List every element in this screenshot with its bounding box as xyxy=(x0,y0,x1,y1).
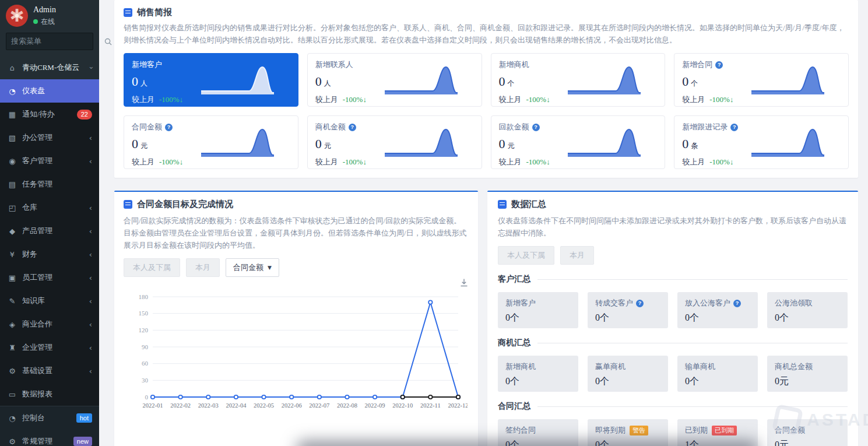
stat-card[interactable]: 合同金额 ? 0元 较上月-100%↓ xyxy=(124,115,298,169)
scope-filter-button[interactable]: 本人及下属 xyxy=(498,246,554,265)
stat-card[interactable]: 新增跟进记录 ? 0条 较上月-100%↓ xyxy=(674,115,849,169)
trend-down-arrow-icon: ↓ xyxy=(363,95,367,104)
help-icon[interactable]: ? xyxy=(733,300,741,307)
summary-box[interactable]: 合同金额 0元 xyxy=(767,419,848,446)
summary-panel-title: 数据汇总 xyxy=(511,199,546,210)
sidebar-item[interactable]: ▭ 数据报表 xyxy=(0,382,99,406)
data-summary-panel: 数据汇总 仪表盘筛选条件下在不同时间间隔中未添加跟进记录或未对其外勤打卡的客户数… xyxy=(487,191,858,446)
notification-badge: 22 xyxy=(77,110,92,120)
help-icon[interactable]: ? xyxy=(165,124,173,131)
chevron-left-icon: ‹ xyxy=(89,343,92,352)
summary-box[interactable]: 新增客户 0个 xyxy=(498,292,578,328)
summary-box[interactable]: 公海池领取 0个 xyxy=(767,292,848,328)
metric-dropdown-label: 合同金额 xyxy=(233,262,263,273)
summary-box[interactable]: 赢单商机 0个 xyxy=(588,356,668,392)
office-icon: ▧ xyxy=(7,134,17,142)
sidebar-item[interactable]: ◉ 客户管理 ‹ xyxy=(0,149,99,173)
sidebar-item[interactable]: ▤ 任务管理 xyxy=(0,173,99,196)
summary-box-label: 公海池领取 xyxy=(775,298,813,308)
stat-card[interactable]: 新增客户 0人 较上月-100%↓ xyxy=(124,53,298,107)
sidebar-item[interactable]: ▧ 办公管理 ‹ xyxy=(0,126,99,149)
home-icon: ⌂ xyxy=(7,64,17,72)
sidebar-item[interactable]: ◈ 商业合作 ‹ xyxy=(0,312,99,336)
summary-box[interactable]: 已到期 已到期 1个 xyxy=(677,419,758,446)
summary-panel-description: 仪表盘筛选条件下在不同时间间隔中未添加跟进记录或未对其外勤打卡的客户数，联系后该… xyxy=(498,215,848,239)
caret-down-icon: ▼ xyxy=(268,265,272,271)
section-divider xyxy=(537,343,848,343)
stat-card[interactable]: 回款金额 ? 0元 较上月-100%↓ xyxy=(491,115,666,169)
sidebar-item[interactable]: ▦ 通知/待办 22 xyxy=(0,103,99,126)
knowledge-icon: ✎ xyxy=(7,297,17,305)
summary-box[interactable]: 放入公海客户 ? 0个 xyxy=(677,292,758,328)
summary-box[interactable]: 签约合同 0个 xyxy=(498,419,578,446)
scope-filter-button[interactable]: 本人及下属 xyxy=(124,258,180,277)
help-icon[interactable]: ? xyxy=(532,124,540,131)
svg-text:2022-09: 2022-09 xyxy=(365,402,385,409)
sales-brief-title: 销售简报 xyxy=(137,7,172,18)
help-icon[interactable]: ? xyxy=(715,61,723,69)
stat-card[interactable]: 新增联系人 0人 较上月-100%↓ xyxy=(307,53,482,107)
help-icon[interactable]: ? xyxy=(636,300,644,307)
console-icon: ◔ xyxy=(7,414,17,423)
stat-card[interactable]: 商机金额 ? 0元 较上月-100%↓ xyxy=(307,115,482,169)
user-name: Admin xyxy=(33,5,56,15)
avatar[interactable] xyxy=(6,5,28,27)
svg-text:2022-10: 2022-10 xyxy=(392,402,413,409)
users-icon: ◉ xyxy=(7,157,17,166)
search-icon[interactable] xyxy=(104,38,112,45)
summary-box-label: 新增商机 xyxy=(505,361,536,372)
chevron-left-icon: ‹ xyxy=(89,250,92,259)
sidebar-item[interactable]: ⚙ 基础设置 ‹ xyxy=(0,359,99,382)
summary-box-value: 0个 xyxy=(685,312,750,324)
summary-box[interactable]: 商机总金额 0元 xyxy=(767,356,848,392)
download-icon[interactable] xyxy=(459,278,469,287)
metric-dropdown[interactable]: 合同金额 ▼ xyxy=(226,258,279,277)
compare-label: 较上月 xyxy=(132,95,154,104)
sidebar-item[interactable]: ▣ 员工管理 ‹ xyxy=(0,266,99,289)
trend-down-arrow-icon: ↓ xyxy=(180,157,184,166)
status-badge: 警告 xyxy=(630,426,648,436)
period-filter-button[interactable]: 本月 xyxy=(186,258,220,277)
sidebar-item[interactable]: ¥ 财务 ‹ xyxy=(0,243,99,266)
summary-box-value: 0元 xyxy=(775,375,840,388)
sidebar-item[interactable]: ◰ 仓库 ‹ xyxy=(0,196,99,219)
sidebar-root-item[interactable]: ⌂ 青动CRM-仓储云 ‹ xyxy=(0,56,99,79)
help-icon[interactable]: ? xyxy=(349,124,356,131)
stat-card[interactable]: 新增合同 ? 0个 较上月-100%↓ xyxy=(674,53,849,107)
sidebar-item[interactable]: ◔ 控制台 hot xyxy=(0,406,99,430)
summary-section-title: 客户汇总 xyxy=(498,274,530,285)
summary-box-label: 转成交客户 xyxy=(595,298,633,308)
sidebar-menu: ◔ 仪表盘 ▦ 通知/待办 22 ▧ 办公管理 ‹ ◉ 客户管理 ‹ ▤ 任务管… xyxy=(0,79,99,406)
chevron-left-icon: ‹ xyxy=(89,297,92,305)
summary-box[interactable]: 转成交客户 ? 0个 xyxy=(588,292,668,328)
stat-card-unit: 元 xyxy=(508,142,515,150)
sidebar-item[interactable]: ◔ 仪表盘 xyxy=(0,79,99,103)
period-filter-button[interactable]: 本月 xyxy=(560,246,594,265)
sidebar-item[interactable]: ♜ 企业管理 ‹ xyxy=(0,336,99,359)
search-input[interactable] xyxy=(11,37,104,46)
stat-cards-grid: 新增客户 0人 较上月-100%↓ 新增联系人 0人 较上月-100% xyxy=(124,53,849,169)
stat-card-value: 0 xyxy=(499,74,505,89)
summary-section-title: 商机汇总 xyxy=(498,338,530,348)
help-icon[interactable]: ? xyxy=(730,124,738,131)
compare-value: -100% xyxy=(159,95,180,104)
summary-box[interactable]: 新增商机 0个 xyxy=(498,356,578,392)
contract-line-chart[interactable]: 03060901201501802022-012022-022022-03202… xyxy=(124,289,468,412)
stat-card[interactable]: 新增商机 0个 较上月-100%↓ xyxy=(491,53,666,107)
compare-value: -100% xyxy=(343,95,363,104)
stat-card-value: 0 xyxy=(132,74,138,89)
svg-text:150: 150 xyxy=(139,310,149,317)
compare-value: -100% xyxy=(526,95,547,104)
sidebar-item[interactable]: ⚙ 常规管理 new xyxy=(0,430,99,446)
chevron-down-icon: ‹ xyxy=(86,66,95,69)
summary-box-value: 0个 xyxy=(595,375,660,388)
summary-box-label: 新增客户 xyxy=(505,298,536,308)
summary-box[interactable]: 即将到期 警告 0个 xyxy=(588,419,668,446)
sidebar-item[interactable]: ◆ 产品管理 ‹ xyxy=(0,219,99,243)
sidebar-root-label: 青动CRM-仓储云 xyxy=(22,62,89,73)
section-divider xyxy=(537,406,848,407)
stat-card-label: 新增合同 xyxy=(682,59,712,70)
summary-section: 商机汇总 新增商机 0个 赢单商机 0个 输单商机 0个 商机总金额 0元 xyxy=(498,338,848,392)
sidebar-item[interactable]: ✎ 知识库 ‹ xyxy=(0,289,99,312)
summary-box[interactable]: 输单商机 0个 xyxy=(677,356,758,392)
